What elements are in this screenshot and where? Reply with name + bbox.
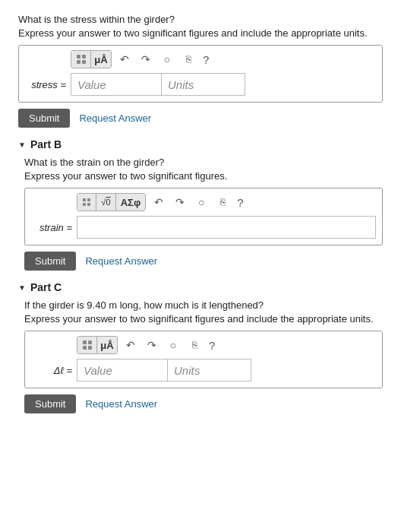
part-b-toolbar: √0 AΣφ ↶ ↷ ○ ⎘ ? xyxy=(31,193,376,211)
undo-icon[interactable]: ↶ xyxy=(116,51,133,68)
svg-rect-6 xyxy=(83,203,86,206)
part-b-redo-icon[interactable]: ↷ xyxy=(172,194,188,211)
part-c-input-row: Δℓ = Value Units xyxy=(31,359,376,382)
part-c-section: ▼ Part C If the girder is 9.40 m long, h… xyxy=(18,281,383,413)
part-a-label: stress = xyxy=(25,79,71,90)
part-a-value-input[interactable]: Value xyxy=(71,73,162,96)
svg-rect-7 xyxy=(87,203,90,206)
part-c-grid-icon[interactable] xyxy=(77,337,97,353)
svg-rect-3 xyxy=(82,60,86,64)
svg-rect-1 xyxy=(82,55,86,59)
grid-small-icon[interactable] xyxy=(77,194,96,211)
grid-icon[interactable] xyxy=(71,51,91,68)
part-a-answer-box: μÅ ↶ ↷ ○ ⎘ ? stress = Value Units xyxy=(18,45,383,103)
part-a-instruction: Express your answer to two significant f… xyxy=(18,27,383,39)
svg-rect-4 xyxy=(83,198,86,201)
svg-rect-9 xyxy=(88,340,92,344)
part-a-request-answer-link[interactable]: Request Answer xyxy=(79,112,151,124)
part-c-header-label: Part C xyxy=(30,281,62,293)
part-b-icon-group[interactable]: √0 AΣφ xyxy=(77,193,146,211)
sqrt-icon[interactable]: √0 xyxy=(96,194,116,211)
part-c-question: If the girder is 9.40 m long, how much i… xyxy=(24,299,383,311)
svg-rect-2 xyxy=(77,60,81,64)
part-a-action-row: Submit Request Answer xyxy=(18,109,383,128)
part-b-help-icon[interactable]: ? xyxy=(237,196,243,209)
part-b-strain-input[interactable] xyxy=(77,216,376,239)
part-c-action-row: Submit Request Answer xyxy=(24,394,383,413)
svg-rect-0 xyxy=(77,55,81,59)
part-a-question: What is the stress within the girder? xyxy=(18,14,383,25)
part-c-toolbar: μÅ ↶ ↷ ○ ⎘ ? xyxy=(31,336,376,354)
part-b-section: ▼ Part B What is the strain on the girde… xyxy=(18,138,383,271)
part-a-units-input[interactable]: Units xyxy=(162,73,245,96)
part-c-request-answer-link[interactable]: Request Answer xyxy=(85,398,157,410)
part-c-units-input[interactable]: Units xyxy=(168,359,251,382)
part-a-input-row: stress = Value Units xyxy=(25,73,376,96)
svg-rect-10 xyxy=(83,346,87,350)
part-c-help-icon[interactable]: ? xyxy=(209,339,215,352)
part-b-label: strain = xyxy=(31,222,77,233)
svg-rect-5 xyxy=(87,198,90,201)
part-b-question: What is the strain on the girder? xyxy=(24,157,383,168)
asigma-icon[interactable]: AΣφ xyxy=(116,194,146,211)
part-b-instruction: Express your answer to two significant f… xyxy=(24,170,383,182)
part-c-redo-icon[interactable]: ↷ xyxy=(144,337,160,353)
part-c-icon-group[interactable]: μÅ xyxy=(77,336,118,354)
part-b-collapse-arrow[interactable]: ▼ xyxy=(18,141,26,149)
part-c-undo-icon[interactable]: ↶ xyxy=(122,337,139,353)
part-b-action-row: Submit Request Answer xyxy=(24,252,383,271)
part-b-content: What is the strain on the girder? Expres… xyxy=(18,157,383,271)
part-b-keyboard-icon[interactable]: ⎘ xyxy=(214,194,231,211)
part-c-instruction: Express your answer to two significant f… xyxy=(24,313,383,325)
part-c-submit-button[interactable]: Submit xyxy=(24,394,76,413)
redo-icon[interactable]: ↷ xyxy=(137,51,154,68)
part-c-value-input[interactable]: Value xyxy=(77,359,168,382)
part-b-submit-button[interactable]: Submit xyxy=(24,252,76,271)
part-b-header-label: Part B xyxy=(30,138,62,150)
refresh-icon[interactable]: ○ xyxy=(159,51,175,68)
part-b-refresh-icon[interactable]: ○ xyxy=(193,194,210,211)
part-c-answer-box: μÅ ↶ ↷ ○ ⎘ ? Δℓ = Value Units xyxy=(24,331,383,388)
part-a-submit-button[interactable]: Submit xyxy=(18,109,70,128)
part-c-mu-icon[interactable]: μÅ xyxy=(97,337,117,353)
part-b-request-answer-link[interactable]: Request Answer xyxy=(85,255,157,267)
part-a-toolbar: μÅ ↶ ↷ ○ ⎘ ? xyxy=(25,50,376,68)
mu-icon[interactable]: μÅ xyxy=(91,51,111,68)
part-b-input-row: strain = xyxy=(31,216,376,239)
svg-rect-8 xyxy=(83,340,87,344)
part-c-collapse-arrow[interactable]: ▼ xyxy=(18,283,26,292)
part-c-header-row: ▼ Part C xyxy=(18,281,383,293)
part-c-content: If the girder is 9.40 m long, how much i… xyxy=(18,299,383,413)
part-b-answer-box: √0 AΣφ ↶ ↷ ○ ⎘ ? strain = xyxy=(24,188,383,245)
part-c-label: Δℓ = xyxy=(31,365,77,376)
keyboard-icon[interactable]: ⎘ xyxy=(180,51,197,68)
part-b-undo-icon[interactable]: ↶ xyxy=(150,194,167,211)
part-c-refresh-icon[interactable]: ○ xyxy=(165,337,182,353)
part-a-section: What is the stress within the girder? Ex… xyxy=(18,14,383,128)
svg-rect-11 xyxy=(88,346,92,350)
part-b-header-row: ▼ Part B xyxy=(18,138,383,150)
help-icon[interactable]: ? xyxy=(203,53,209,66)
part-c-keyboard-icon[interactable]: ⎘ xyxy=(186,337,203,353)
part-a-icon-group[interactable]: μÅ xyxy=(71,50,112,68)
